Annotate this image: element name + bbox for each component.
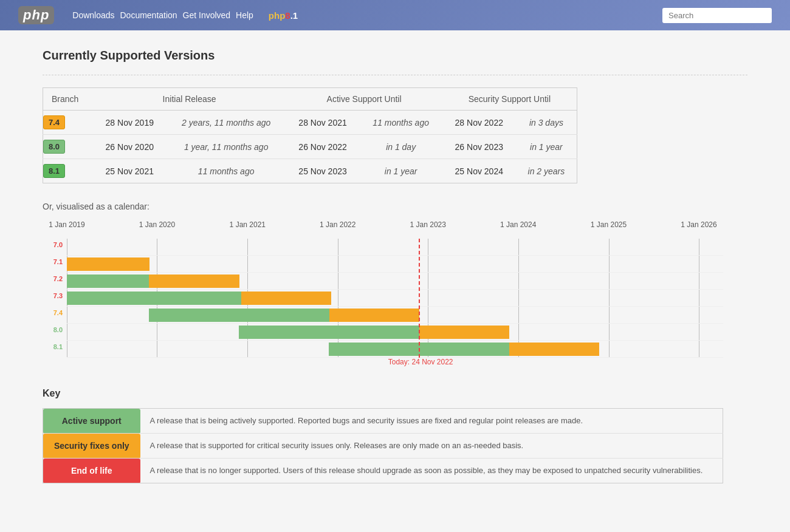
initial-date-cell: 26 Nov 2020 <box>93 135 167 159</box>
col-branch: Branch <box>43 88 93 111</box>
main-nav: Downloads Documentation Get Involved Hel… <box>72 10 256 20</box>
branch-link[interactable]: 7.4 <box>43 115 65 129</box>
nav-documentation[interactable]: Documentation <box>120 10 177 20</box>
security-bar <box>149 275 239 288</box>
year-label: 1 Jan 2022 <box>320 220 355 229</box>
today-section: Today: 24 Nov 2022 <box>67 358 723 370</box>
security-relative-cell: in 2 years <box>516 159 577 183</box>
branch-cell: 8.0 <box>43 135 93 159</box>
table-row: 8.0 26 Nov 2020 1 year, 11 months ago 26… <box>43 135 577 159</box>
security-bar <box>329 309 419 322</box>
title-divider <box>43 75 747 75</box>
nav-downloads[interactable]: Downloads <box>72 10 114 20</box>
initial-date-cell: 25 Nov 2021 <box>93 159 167 183</box>
active-bar <box>67 275 149 288</box>
php-version-badge: php8.1 <box>269 10 298 21</box>
search-input[interactable] <box>662 8 772 23</box>
year-label: 1 Jan 2026 <box>681 220 716 229</box>
gantt-row: 7.2 <box>67 273 723 290</box>
gantt-row: 7.1 <box>67 256 723 273</box>
branch-link[interactable]: 8.1 <box>43 164 65 178</box>
initial-relative-cell: 11 months ago <box>167 159 286 183</box>
header: php Downloads Documentation Get Involved… <box>0 0 790 30</box>
initial-date-cell: 28 Nov 2019 <box>93 111 167 135</box>
security-bar <box>67 257 149 271</box>
active-relative-cell: 11 months ago <box>360 111 442 135</box>
gantt-row-label: 7.0 <box>43 241 63 248</box>
year-label: 1 Jan 2024 <box>500 220 536 229</box>
key-description: A release that is no longer supported. U… <box>140 459 723 483</box>
key-badge: End of life <box>43 459 140 483</box>
year-label: 1 Jan 2023 <box>410 220 446 229</box>
col-initial-release: Initial Release <box>93 88 286 111</box>
security-date-cell: 28 Nov 2022 <box>442 111 516 135</box>
security-date-cell: 25 Nov 2024 <box>442 159 516 183</box>
key-row: Security fixes only A release that is su… <box>43 434 723 459</box>
gantt-row: 8.0 <box>67 324 723 341</box>
version-table: Branch Initial Release Active Support Un… <box>43 87 577 183</box>
nav-help[interactable]: Help <box>236 10 253 20</box>
gantt-row-label: 7.3 <box>43 292 63 299</box>
branch-link[interactable]: 8.0 <box>43 140 65 154</box>
gantt-row-label: 7.2 <box>43 275 63 282</box>
active-date-cell: 28 Nov 2021 <box>286 111 359 135</box>
gantt-header: 1 Jan 20191 Jan 20201 Jan 20211 Jan 2022… <box>67 220 723 236</box>
php-logo: php <box>18 6 54 24</box>
gantt-rows: 7.07.17.27.37.48.08.1 <box>67 239 723 358</box>
initial-relative-cell: 1 year, 11 months ago <box>167 135 286 159</box>
active-date-cell: 25 Nov 2023 <box>286 159 359 183</box>
table-row: 8.1 25 Nov 2021 11 months ago 25 Nov 202… <box>43 159 577 183</box>
security-relative-cell: in 3 days <box>516 111 577 135</box>
nav-get-involved[interactable]: Get Involved <box>183 10 231 20</box>
calendar-label: Or, visualised as a calendar: <box>43 202 747 211</box>
security-date-cell: 26 Nov 2023 <box>442 135 516 159</box>
col-active-support: Active Support Until <box>286 88 442 111</box>
today-line <box>419 239 420 358</box>
key-badge: Security fixes only <box>43 434 140 459</box>
initial-relative-cell: 2 years, 11 months ago <box>167 111 286 135</box>
gantt-row: 8.1 <box>67 341 723 358</box>
key-title: Key <box>43 388 747 399</box>
key-badge: Active support <box>43 409 140 434</box>
active-date-cell: 26 Nov 2022 <box>286 135 359 159</box>
key-description: A release that is supported for critical… <box>140 434 723 459</box>
page-title: Currently Supported Versions <box>43 49 747 63</box>
gantt-row-label: 8.0 <box>43 326 63 333</box>
active-relative-cell: in 1 day <box>360 135 442 159</box>
gantt-row: 7.4 <box>67 307 723 324</box>
key-table: Active support A release that is being a… <box>43 408 723 483</box>
branch-cell: 7.4 <box>43 111 93 135</box>
gantt-row-label: 7.4 <box>43 309 63 316</box>
key-row: Active support A release that is being a… <box>43 409 723 434</box>
branch-cell: 8.1 <box>43 159 93 183</box>
table-row: 7.4 28 Nov 2019 2 years, 11 months ago 2… <box>43 111 577 135</box>
security-bar <box>419 326 509 339</box>
year-label: 1 Jan 2019 <box>49 220 84 229</box>
col-security-support: Security Support Until <box>442 88 577 111</box>
security-bar <box>241 292 331 305</box>
active-bar <box>239 326 419 339</box>
key-row: End of life A release that is no longer … <box>43 459 723 483</box>
main-content: Currently Supported Versions Branch Init… <box>30 30 760 502</box>
year-label: 1 Jan 2021 <box>230 220 266 229</box>
active-bar <box>149 309 329 322</box>
gantt-row-label: 8.1 <box>43 343 63 350</box>
security-bar <box>509 343 600 356</box>
gantt-row: 7.0 <box>67 239 723 256</box>
active-relative-cell: in 1 year <box>360 159 442 183</box>
gantt-row-label: 7.1 <box>43 258 63 265</box>
gantt-chart: 1 Jan 20191 Jan 20201 Jan 20211 Jan 2022… <box>67 220 723 370</box>
gantt-container: 1 Jan 20191 Jan 20201 Jan 20211 Jan 2022… <box>43 220 747 370</box>
year-label: 1 Jan 2020 <box>139 220 175 229</box>
calendar-section: Or, visualised as a calendar: 1 Jan 2019… <box>43 202 747 370</box>
active-bar <box>67 292 241 305</box>
year-label: 1 Jan 2025 <box>591 220 627 229</box>
key-description: A release that is being actively support… <box>140 409 723 434</box>
gantt-row: 7.3 <box>67 290 723 307</box>
today-label: Today: 24 Nov 2022 <box>388 358 453 366</box>
security-relative-cell: in 1 year <box>516 135 577 159</box>
